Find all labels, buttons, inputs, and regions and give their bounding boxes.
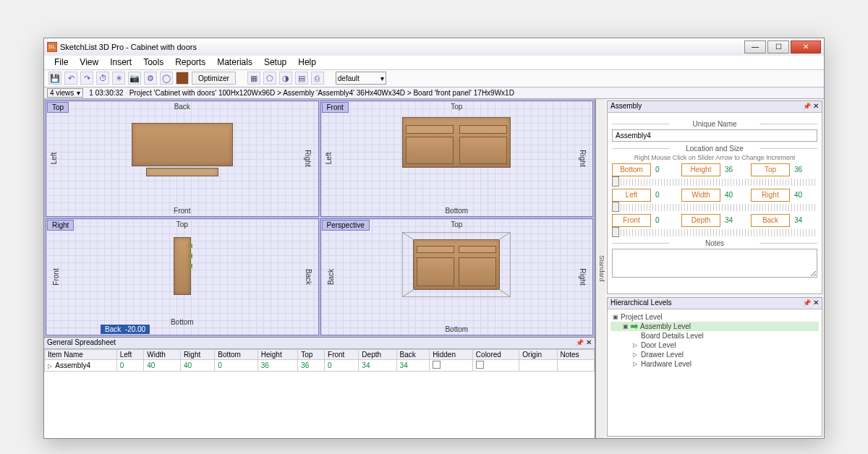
wood-icon[interactable] bbox=[176, 72, 189, 85]
notes-textarea[interactable] bbox=[612, 249, 817, 278]
axis-label-right: Back bbox=[305, 269, 312, 285]
save-icon[interactable]: 💾 bbox=[48, 72, 61, 85]
pin-icon[interactable]: 📌 bbox=[803, 103, 811, 110]
axis-label-bottom: Bottom bbox=[445, 325, 468, 333]
tree-item[interactable]: ▣Assembly Level bbox=[610, 322, 819, 331]
axis-label-right: Right bbox=[579, 150, 587, 167]
col-left[interactable]: Left bbox=[116, 349, 144, 359]
col-height[interactable]: Height bbox=[258, 349, 297, 359]
unique-name-input[interactable] bbox=[612, 129, 817, 142]
arrow-icon bbox=[631, 323, 638, 330]
col-right[interactable]: Right bbox=[180, 349, 214, 359]
menu-setup[interactable]: Setup bbox=[258, 56, 292, 69]
tree-item[interactable]: ▣Project Level bbox=[610, 312, 819, 322]
menu-view[interactable]: View bbox=[74, 56, 104, 69]
col-colored[interactable]: Colored bbox=[472, 349, 519, 359]
close-button[interactable]: ✕ bbox=[791, 40, 821, 53]
menu-materials[interactable]: Materials bbox=[211, 56, 258, 69]
col-front[interactable]: Front bbox=[325, 349, 359, 359]
menu-help[interactable]: Help bbox=[292, 56, 322, 69]
svg-line-0 bbox=[402, 232, 415, 241]
dim-slider[interactable] bbox=[612, 179, 817, 186]
views-selector[interactable]: 4 views▾ bbox=[47, 88, 83, 98]
panel-close-icon[interactable]: ✕ bbox=[813, 299, 819, 307]
dim-button[interactable]: Width bbox=[681, 189, 720, 202]
dim-value: 40 bbox=[723, 191, 748, 199]
menu-tools[interactable]: Tools bbox=[137, 56, 169, 69]
tree-item-label: Board Details Level bbox=[641, 332, 704, 340]
tree-item[interactable]: ▷Door Level bbox=[610, 340, 819, 350]
viewport-right[interactable]: Right Top Bottom Front Back Back -20.00 bbox=[46, 218, 319, 335]
menu-file[interactable]: File bbox=[48, 56, 74, 69]
colored-checkbox[interactable] bbox=[476, 361, 484, 369]
window-title: SketchList 3D Pro - Cabinet with doors bbox=[60, 43, 197, 51]
viewport-perspective[interactable]: Perspective Top Bottom Back Right bbox=[320, 218, 594, 335]
menu-reports[interactable]: Reports bbox=[169, 56, 211, 69]
dim-slider[interactable] bbox=[612, 204, 817, 211]
hidden-checkbox[interactable] bbox=[433, 361, 441, 369]
tree-item[interactable]: ▷Hardware Level bbox=[610, 359, 819, 369]
tree-item[interactable]: ▷Drawer Level bbox=[610, 350, 819, 359]
dim-button[interactable]: Back bbox=[751, 214, 790, 227]
axis-icon[interactable]: ✳ bbox=[112, 72, 125, 85]
minimize-button[interactable]: — bbox=[744, 40, 766, 53]
panel-close-icon[interactable]: ✕ bbox=[813, 102, 819, 110]
svg-line-1 bbox=[498, 232, 511, 241]
viewport-grid: Top Back Front Left Right Front Top Bott… bbox=[44, 99, 595, 337]
tree-item-label: Assembly Level bbox=[640, 322, 691, 330]
col-bottom[interactable]: Bottom bbox=[215, 349, 258, 359]
dim-button[interactable]: Right bbox=[751, 189, 790, 202]
col-top[interactable]: Top bbox=[298, 349, 325, 359]
menu-insert[interactable]: Insert bbox=[104, 56, 137, 69]
viewport-top[interactable]: Top Back Front Left Right bbox=[46, 100, 319, 218]
dim-button[interactable]: Front bbox=[612, 214, 651, 227]
gear-icon[interactable]: ⚙ bbox=[144, 72, 157, 85]
col-width[interactable]: Width bbox=[144, 349, 181, 359]
dim-value: 36 bbox=[723, 166, 748, 174]
spreadsheet-panel: General Spreadsheet 📌 ✕ Item Name Left W… bbox=[44, 337, 595, 438]
col-back[interactable]: Back bbox=[396, 349, 430, 359]
assembly-panel: Assembly 📌 ✕ Unique Name Location and Si… bbox=[607, 100, 822, 295]
pin-icon[interactable]: 📌 bbox=[803, 299, 811, 307]
grid-icon[interactable]: ▦ bbox=[247, 72, 260, 85]
location-size-legend: Location and Size bbox=[612, 145, 817, 153]
tab-standard[interactable]: Standard bbox=[598, 102, 605, 435]
dim-button[interactable]: Height bbox=[681, 163, 720, 176]
stopwatch-icon[interactable]: ⏱ bbox=[96, 72, 109, 85]
layer-icon[interactable]: ▤ bbox=[295, 72, 308, 85]
axis-label-left: Left bbox=[50, 153, 58, 165]
print-icon[interactable]: ⎙ bbox=[311, 72, 324, 85]
slider-hint: Right Mouse Click on Slider Arrow to Cha… bbox=[612, 154, 817, 161]
app-icon: SL bbox=[47, 42, 57, 52]
hierarchy-tree[interactable]: ▣Project Level▣Assembly LevelBoard Detai… bbox=[608, 309, 822, 372]
tree-item-label: Drawer Level bbox=[641, 351, 684, 359]
dim-slider[interactable] bbox=[612, 229, 817, 236]
menubar: File View Insert Tools Reports Materials… bbox=[44, 56, 824, 70]
dim-button[interactable]: Top bbox=[751, 163, 790, 176]
axis-label-right: Right bbox=[579, 268, 587, 285]
cabinet-side-view bbox=[174, 237, 191, 295]
dim-button[interactable]: Depth bbox=[681, 214, 720, 227]
tree-item-label: Door Level bbox=[641, 341, 676, 349]
selection-readout: Back -20.00 bbox=[101, 325, 150, 334]
tree-item[interactable]: Board Details Level bbox=[610, 331, 819, 340]
circle-icon[interactable]: ◯ bbox=[160, 72, 173, 85]
optimizer-button[interactable]: Optimizer bbox=[192, 72, 236, 85]
undo-icon[interactable]: ↶ bbox=[64, 72, 77, 85]
dim-button[interactable]: Bottom bbox=[612, 163, 651, 176]
maximize-button[interactable]: ☐ bbox=[767, 40, 789, 53]
col-hidden[interactable]: Hidden bbox=[430, 349, 473, 359]
cube-icon[interactable]: ⬠ bbox=[263, 72, 276, 85]
viewport-front[interactable]: Front Top Bottom Left Right bbox=[320, 100, 594, 218]
col-depth[interactable]: Depth bbox=[359, 349, 396, 359]
dim-button[interactable]: Left bbox=[612, 189, 651, 202]
table-row[interactable]: ▷ Assembly4 0 40 40 0 36 36 0 34 34 bbox=[45, 359, 595, 371]
redo-icon[interactable]: ↷ bbox=[80, 72, 93, 85]
camera-icon[interactable]: 📷 bbox=[128, 72, 141, 85]
spreadsheet-table[interactable]: Item Name Left Width Right Bottom Height… bbox=[44, 349, 595, 372]
col-item-name[interactable]: Item Name bbox=[45, 349, 117, 359]
style-selector[interactable]: default▾ bbox=[336, 72, 386, 85]
col-origin[interactable]: Origin bbox=[519, 349, 557, 359]
cylinder-icon[interactable]: ◑ bbox=[279, 72, 292, 85]
cabinet-front-view bbox=[402, 117, 511, 168]
